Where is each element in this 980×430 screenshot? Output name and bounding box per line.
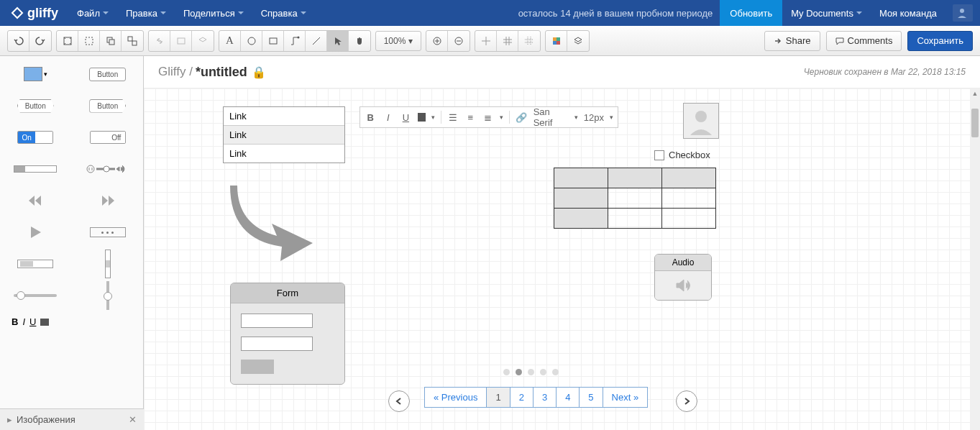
svg-rect-19 <box>553 37 557 41</box>
logo[interactable]: gliffy <box>0 6 68 21</box>
zoom-in-button[interactable] <box>426 31 448 51</box>
images-section-header[interactable]: ▸ Изображения ✕ <box>0 408 144 430</box>
stencil-skip-back[interactable] <box>7 190 63 211</box>
breadcrumb[interactable]: Gliffy / <box>158 65 193 79</box>
stencil-button-arrow[interactable]: Button <box>89 99 126 113</box>
zoom-select[interactable]: 100%▾ <box>375 31 421 51</box>
undo-button[interactable] <box>8 31 29 51</box>
shape-pager-dots[interactable] <box>503 369 559 375</box>
connector-tool[interactable] <box>284 31 306 51</box>
page-prev[interactable]: « Previous <box>425 388 487 407</box>
menu-help[interactable]: Справка <box>252 0 315 26</box>
line-tool[interactable] <box>306 31 327 51</box>
stencil-play[interactable] <box>7 221 63 243</box>
group-button[interactable] <box>100 31 122 51</box>
stencil-toggle-off[interactable]: Off <box>80 127 136 148</box>
lock-icon: 🔒 <box>252 65 266 79</box>
grid-snap-button[interactable] <box>475 31 497 51</box>
scroll-up-icon[interactable]: ▲ <box>970 88 980 99</box>
stencil-toggle-on[interactable]: On <box>7 127 63 148</box>
shape-form[interactable]: Form <box>230 283 345 385</box>
close-icon[interactable]: ✕ <box>129 414 137 425</box>
redo-button[interactable] <box>29 31 51 51</box>
shape-checkbox[interactable]: Checkbox <box>654 150 710 160</box>
svg-point-8 <box>248 37 255 45</box>
guides-button[interactable] <box>518 31 540 51</box>
shape-avatar[interactable] <box>683 103 719 139</box>
canvas-scrollbar[interactable]: ▲ <box>970 88 980 430</box>
link-item[interactable]: Link <box>224 145 344 163</box>
grid-show-button[interactable] <box>497 31 518 51</box>
align-icon[interactable]: ≣ <box>482 112 495 123</box>
form-input <box>241 337 313 351</box>
italic-icon[interactable]: I <box>383 112 395 123</box>
canvas[interactable]: Link Link Link Form B I U <box>144 88 980 430</box>
shape-table[interactable] <box>554 168 716 229</box>
layers-button[interactable] <box>567 31 589 51</box>
page-1[interactable]: 1 <box>487 388 510 407</box>
stencil-button-hex[interactable]: Button <box>17 99 54 113</box>
menu-edit[interactable]: Правка <box>117 0 175 26</box>
font-select[interactable]: San Serif <box>533 106 569 128</box>
pointer-tool[interactable] <box>327 31 349 51</box>
main-area: ▾ Button Button Button On Off <box>0 56 980 430</box>
rect-tool[interactable] <box>262 31 284 51</box>
share-button[interactable]: Share <box>764 31 820 51</box>
underline-icon[interactable]: U <box>400 112 412 123</box>
select-all-button[interactable] <box>78 31 100 51</box>
theme-button[interactable] <box>546 31 567 51</box>
page-5[interactable]: 5 <box>580 388 603 407</box>
shape-palette: ▾ Button Button Button On Off <box>0 56 144 430</box>
user-avatar[interactable] <box>953 4 973 22</box>
stencil-color-swatch[interactable]: ▾ <box>7 63 63 85</box>
svg-rect-5 <box>128 37 132 41</box>
stencil-input[interactable] <box>7 253 63 275</box>
my-team[interactable]: Моя команда <box>871 0 945 26</box>
fit-button[interactable] <box>57 31 78 51</box>
page-3[interactable]: 3 <box>533 388 557 407</box>
shape-pagination[interactable]: « Previous 1 2 3 4 5 Next » <box>424 387 648 408</box>
list-ul-icon[interactable]: ☰ <box>447 112 459 123</box>
shape-arrow[interactable] <box>230 182 316 264</box>
stencil-slider-v[interactable] <box>80 253 136 275</box>
comments-button[interactable]: Comments <box>826 31 902 51</box>
stencil-more-menu[interactable] <box>80 221 136 243</box>
link-item[interactable]: Link <box>224 126 344 145</box>
shape-text-toolbar[interactable]: B I U ▾ ☰ ≡ ≣▾ 🔗 San Serif▾ 12px▾ <box>360 106 618 128</box>
link-icon[interactable]: 🔗 <box>516 112 528 123</box>
page-2[interactable]: 2 <box>510 388 533 407</box>
color-icon[interactable] <box>418 113 426 122</box>
stencil-volume[interactable] <box>80 158 136 180</box>
ungroup-button[interactable] <box>122 31 143 51</box>
shape-nav-next[interactable] <box>676 390 697 412</box>
shape-nav-prev[interactable] <box>388 390 410 412</box>
zoom-out-button[interactable] <box>448 31 470 51</box>
stencil-button-rounded[interactable]: Button <box>89 68 126 81</box>
upgrade-button[interactable]: Обновить <box>720 0 782 26</box>
shape-audio[interactable]: Audio <box>654 254 712 301</box>
menu-share[interactable]: Поделиться <box>175 0 252 26</box>
bold-icon[interactable]: B <box>365 112 377 123</box>
pan-tool[interactable] <box>349 31 370 51</box>
size-select[interactable]: 12px <box>584 112 604 123</box>
shape-links-list[interactable]: Link Link Link <box>223 106 345 163</box>
stencil-switch[interactable] <box>7 285 63 306</box>
page-next[interactable]: Next » <box>603 388 648 407</box>
link-item[interactable]: Link <box>224 107 344 126</box>
comment-icon <box>835 37 844 45</box>
save-button[interactable]: Сохранить <box>907 31 973 51</box>
my-documents-menu[interactable]: My Documents <box>782 0 871 26</box>
scroll-thumb[interactable] <box>971 109 979 137</box>
svg-rect-2 <box>86 37 93 45</box>
menu-file[interactable]: Файл <box>68 0 117 26</box>
checkbox-box[interactable] <box>654 150 664 160</box>
ellipse-tool[interactable] <box>241 31 262 51</box>
stencil-text-format[interactable]: B I U <box>12 316 49 327</box>
list-ol-icon[interactable]: ≡ <box>464 112 477 123</box>
stencil-progress[interactable] <box>7 158 63 180</box>
stencil-slider-knob[interactable] <box>80 285 136 306</box>
stencil-skip-forward[interactable] <box>80 190 136 211</box>
doc-title[interactable]: *untitled <box>196 65 247 80</box>
text-tool[interactable]: A <box>219 31 241 51</box>
page-4[interactable]: 4 <box>557 388 580 407</box>
